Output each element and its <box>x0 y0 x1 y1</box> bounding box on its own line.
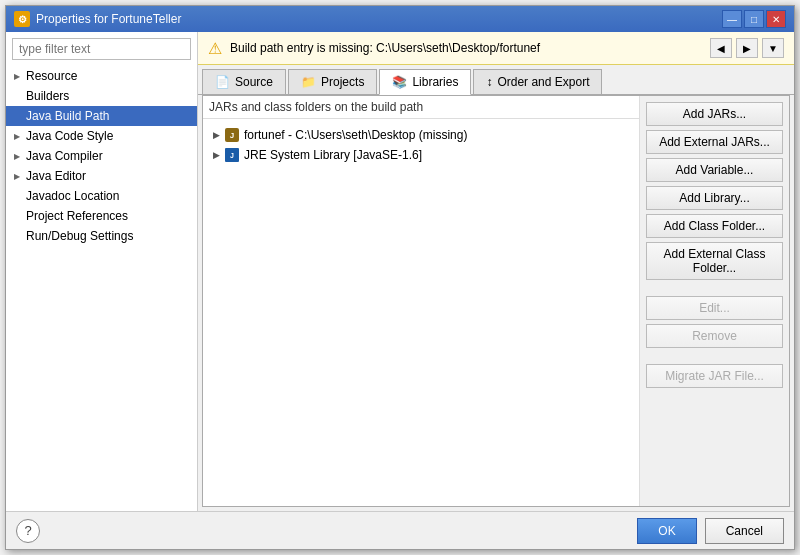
nav-back-button[interactable]: ◀ <box>710 38 732 58</box>
window-title: Properties for FortuneTeller <box>36 12 181 26</box>
properties-window: ⚙ Properties for FortuneTeller — □ ✕ ▶ R… <box>5 5 795 550</box>
add-class-folder-button[interactable]: Add Class Folder... <box>646 214 783 238</box>
bottom-bar: ? OK Cancel <box>6 511 794 549</box>
edit-button[interactable]: Edit... <box>646 296 783 320</box>
jre-icon: J <box>224 147 240 163</box>
sidebar-items: ▶ Resource Builders Java Build Path ▶ Ja… <box>6 66 197 511</box>
sidebar-item-label: Run/Debug Settings <box>26 229 133 243</box>
expand-arrow-icon: ▶ <box>213 130 220 140</box>
tabs: 📄 Source 📁 Projects 📚 Libraries ↕ Order … <box>198 65 794 95</box>
sidebar-item-run-debug-settings[interactable]: Run/Debug Settings <box>6 226 197 246</box>
help-button[interactable]: ? <box>16 519 40 543</box>
arrow-icon: ▶ <box>14 72 20 81</box>
sidebar-item-java-editor[interactable]: ▶ Java Editor <box>6 166 197 186</box>
panel-inner: JARs and class folders on the build path… <box>203 96 639 506</box>
title-buttons: — □ ✕ <box>722 10 786 28</box>
sidebar-item-java-compiler[interactable]: ▶ Java Compiler <box>6 146 197 166</box>
sidebar-item-resource[interactable]: ▶ Resource <box>6 66 197 86</box>
window-icon: ⚙ <box>14 11 30 27</box>
warning-icon: ⚠ <box>208 39 222 58</box>
order-icon: ↕ <box>486 75 492 89</box>
arrow-icon: ▶ <box>14 172 20 181</box>
list-item[interactable]: ▶ J JRE System Library [JavaSE-1.6] <box>207 145 635 165</box>
sidebar-item-java-code-style[interactable]: ▶ Java Code Style <box>6 126 197 146</box>
source-icon: 📄 <box>215 75 230 89</box>
library-list: ▶ J fortunef - C:\Users\seth\Desktop (mi… <box>203 119 639 506</box>
remove-button[interactable]: Remove <box>646 324 783 348</box>
title-bar-left: ⚙ Properties for FortuneTeller <box>14 11 181 27</box>
tab-source-label: Source <box>235 75 273 89</box>
main-area: ⚠ Build path entry is missing: C:\Users\… <box>198 32 794 511</box>
sidebar-item-label: Javadoc Location <box>26 189 119 203</box>
buttons-panel: Add JARs... Add External JARs... Add Var… <box>639 96 789 506</box>
tab-order-label: Order and Export <box>497 75 589 89</box>
filter-input[interactable] <box>12 38 191 60</box>
tab-order-and-export[interactable]: ↕ Order and Export <box>473 69 602 94</box>
sidebar-item-label: Java Code Style <box>26 129 113 143</box>
cancel-button[interactable]: Cancel <box>705 518 784 544</box>
list-items: ▶ J fortunef - C:\Users\seth\Desktop (mi… <box>207 123 635 167</box>
arrow-icon: ▶ <box>14 152 20 161</box>
sidebar-item-label: Java Build Path <box>26 109 109 123</box>
sidebar-item-project-references[interactable]: Project References <box>6 206 197 226</box>
sidebar-item-label: Project References <box>26 209 128 223</box>
tab-libraries[interactable]: 📚 Libraries <box>379 69 471 95</box>
arrow-icon: ▶ <box>14 132 20 141</box>
projects-icon: 📁 <box>301 75 316 89</box>
warning-message: Build path entry is missing: C:\Users\se… <box>230 41 540 55</box>
sidebar-item-builders[interactable]: Builders <box>6 86 197 106</box>
title-bar: ⚙ Properties for FortuneTeller — □ ✕ <box>6 6 794 32</box>
jar-icon: J <box>224 127 240 143</box>
list-item[interactable]: ▶ J fortunef - C:\Users\seth\Desktop (mi… <box>207 125 635 145</box>
sidebar-item-label: Java Compiler <box>26 149 103 163</box>
button-separator <box>646 352 783 360</box>
add-library-button[interactable]: Add Library... <box>646 186 783 210</box>
expand-arrow-icon: ▶ <box>213 150 220 160</box>
migrate-jar-button[interactable]: Migrate JAR File... <box>646 364 783 388</box>
warning-bar: ⚠ Build path entry is missing: C:\Users\… <box>198 32 794 65</box>
sidebar: ▶ Resource Builders Java Build Path ▶ Ja… <box>6 32 198 511</box>
maximize-button[interactable]: □ <box>744 10 764 28</box>
library-panel: JARs and class folders on the build path… <box>202 95 790 507</box>
add-external-jars-button[interactable]: Add External JARs... <box>646 130 783 154</box>
sidebar-item-label: Resource <box>26 69 77 83</box>
bottom-left: ? <box>16 519 40 543</box>
tab-libraries-label: Libraries <box>412 75 458 89</box>
nav-forward-button[interactable]: ▶ <box>736 38 758 58</box>
warning-nav: ◀ ▶ ▼ <box>710 38 784 58</box>
panel-header: JARs and class folders on the build path <box>203 96 639 119</box>
libraries-icon: 📚 <box>392 75 407 89</box>
add-external-class-folder-button[interactable]: Add External Class Folder... <box>646 242 783 280</box>
sidebar-item-javadoc-location[interactable]: Javadoc Location <box>6 186 197 206</box>
window-content: ▶ Resource Builders Java Build Path ▶ Ja… <box>6 32 794 511</box>
sidebar-item-label: Builders <box>26 89 69 103</box>
sidebar-item-java-build-path[interactable]: Java Build Path <box>6 106 197 126</box>
add-variable-button[interactable]: Add Variable... <box>646 158 783 182</box>
library-item-label: JRE System Library [JavaSE-1.6] <box>244 148 422 162</box>
sidebar-item-label: Java Editor <box>26 169 86 183</box>
tab-source[interactable]: 📄 Source <box>202 69 286 94</box>
tab-projects-label: Projects <box>321 75 364 89</box>
minimize-button[interactable]: — <box>722 10 742 28</box>
button-separator <box>646 284 783 292</box>
ok-button[interactable]: OK <box>637 518 696 544</box>
add-jars-button[interactable]: Add JARs... <box>646 102 783 126</box>
tab-projects[interactable]: 📁 Projects <box>288 69 377 94</box>
bottom-right: OK Cancel <box>637 518 784 544</box>
library-item-label: fortunef - C:\Users\seth\Desktop (missin… <box>244 128 467 142</box>
nav-dropdown-button[interactable]: ▼ <box>762 38 784 58</box>
close-button[interactable]: ✕ <box>766 10 786 28</box>
